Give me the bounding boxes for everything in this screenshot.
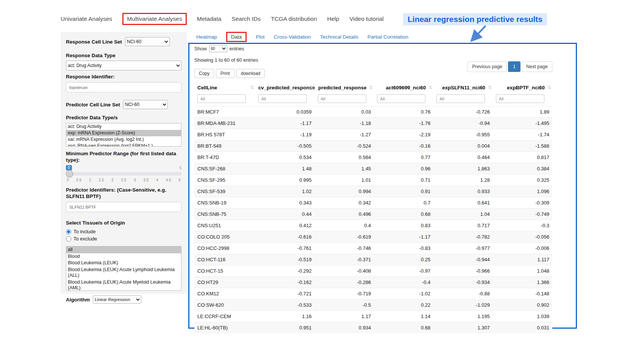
min-predictor-range-slider: 0 5 00.511.522.533.544.55	[66, 165, 181, 183]
cell-line-name: CO:COLO 205	[194, 231, 255, 243]
predictor-cell-line-set-select[interactable]: NCI-60	[123, 100, 168, 109]
table-row[interactable]: BR:T-47D0.5340.5640.770.4640.817	[194, 152, 552, 163]
predictor-identifiers-label: Predictor Identifiers: (Case-Sensitive, …	[66, 187, 181, 200]
cell-line-name: BR:HS 578T	[194, 129, 255, 140]
cell-value: 0.71	[374, 175, 433, 186]
tissue-option-blood[interactable]: Blood	[66, 253, 181, 260]
tab-partial-correlation[interactable]: Partial Correlation	[367, 34, 408, 40]
tab-data[interactable]: Data	[226, 32, 247, 42]
table-row[interactable]: CO:HCT-15-0.292-0.408-0.97-0.9661.048	[194, 265, 552, 277]
current-page-button[interactable]: 1	[508, 61, 521, 72]
table-row[interactable]: BR:BT-549-0.505-0.524-0.160.004-1.588	[194, 140, 552, 152]
column-header-cv-predicted-response[interactable]: cv_predicted_response⇅	[255, 81, 315, 94]
tab-heatmap[interactable]: Heatmap	[196, 34, 217, 40]
previous-page-button[interactable]: Previous page	[467, 61, 507, 72]
radio-to-include[interactable]	[66, 229, 71, 234]
table-row[interactable]: CO:COLO 205-0.616-0.619-1.17-0.782-0.056	[194, 231, 552, 243]
algorithm-select[interactable]: Linear Regression	[93, 295, 141, 304]
sort-icon[interactable]: ⇅	[309, 85, 313, 90]
predictor-data-type-option-xsq-rna-seq-expression-log2-fpkm-1[interactable]: xsq: RNA-seq Expression (log2 FPKM+1.)	[66, 143, 181, 147]
filter-input-predicted-response[interactable]	[318, 94, 366, 103]
cell-value: 0.384	[493, 163, 552, 175]
column-header-expslfn11-nci60[interactable]: expSLFN11_nci60⇅	[433, 81, 493, 94]
predictor-data-type-option-act-drug-activity[interactable]: act: Drug Activity	[66, 123, 181, 130]
column-label-cellline: CellLine	[197, 85, 217, 90]
table-row[interactable]: CO:HCC-2998-0.761-0.746-0.83-0.977-0.006	[194, 243, 552, 254]
slider-track[interactable]	[66, 172, 181, 175]
predictor-data-type-option-exp-mrna-expression-z-score[interactable]: exp: mRNA Expression (Z-Score)	[66, 130, 181, 136]
column-header-cellline[interactable]: CellLine⇅	[194, 81, 255, 94]
table-row[interactable]: CNS:SF-2681.481.450.961.8630.384	[194, 163, 552, 175]
copy-button[interactable]: Copy	[194, 69, 214, 78]
column-header-act609699-nci60[interactable]: act609699_nci60⇅	[374, 81, 433, 94]
tab-technical-details[interactable]: Technical Details	[320, 34, 358, 40]
tab-cross-validation[interactable]: Cross-Validation	[274, 34, 311, 40]
sort-icon[interactable]: ⇅	[428, 85, 432, 90]
filter-input-act609699-nci60[interactable]	[377, 94, 425, 103]
sort-icon[interactable]: ⇅	[250, 85, 254, 90]
show-entries-select[interactable]: 60	[209, 45, 227, 52]
table-row[interactable]: BR:MDA-MB-231-1.17-1.18-1.76-0.94-1.495	[194, 118, 552, 129]
filter-input-cellline[interactable]	[197, 94, 246, 103]
download-button[interactable]: download	[236, 69, 265, 78]
slider-handle[interactable]	[66, 170, 73, 177]
sort-icon[interactable]: ⇅	[488, 85, 492, 90]
predictor-data-type-option-xai-mrna-expression-avg-log2-int[interactable]: xai: mRNA Expression (Avg. log2 Int.)	[66, 136, 181, 143]
response-data-type-select[interactable]: act: Drug Activity	[66, 61, 181, 70]
table-row[interactable]: BR:HS 578T-1.19-1.27-2.19-0.955-1.74	[194, 129, 552, 140]
response-cell-line-set-select[interactable]: NCI-60	[125, 37, 170, 46]
cell-value: -1.76	[374, 118, 433, 129]
predictor-data-type-listbox[interactable]: act: Drug Activityexp: mRNA Expression (…	[66, 123, 181, 147]
tissue-option-blood-leukemia-leuk-acute-lymphoid-leukemia-all[interactable]: Blood:Leukemia (LEUK):Acute Lymphoid Leu…	[66, 267, 181, 279]
table-row[interactable]: LE:CCRF-CEM1.161.171.141.1951.039	[194, 311, 552, 322]
radio-to-exclude[interactable]	[66, 236, 71, 242]
nav-item-tcga-distribution[interactable]: TCGA distribution	[271, 16, 317, 22]
filter-input-cv-predicted-response[interactable]	[258, 94, 307, 103]
cell-value: -1.495	[493, 118, 552, 129]
slider-tick-2: 2	[111, 178, 114, 182]
tissue-option-all[interactable]: all	[66, 247, 181, 253]
next-page-button[interactable]: Next page	[522, 61, 552, 72]
nav-item-univariate-analyses[interactable]: Univariate Analyses	[61, 16, 112, 22]
nav-item-metadata[interactable]: Metadata	[197, 16, 222, 22]
column-header-expbptf-nci60[interactable]: expBPTF_nci60⇅	[493, 81, 552, 94]
sort-icon[interactable]: ⇅	[547, 85, 551, 90]
table-row[interactable]: CO:HT29-0.162-0.286-0.4-0.9341.366	[194, 277, 552, 288]
filter-input-expslfn11-nci60[interactable]	[436, 94, 485, 103]
predictor-cell-line-set-label: Predictor Cell Line Set	[66, 101, 120, 108]
tab-plot[interactable]: Plot	[256, 34, 264, 40]
tissue-option-blood-leukemia-leuk-acute-myeloid-leukemia-aml[interactable]: Blood:Leukemia (LEUK):Acute Myeloid Leuk…	[66, 279, 181, 291]
filter-input-expbptf-nci60[interactable]	[496, 94, 544, 103]
filter-cell-act609699-nci60	[374, 94, 433, 106]
table-row[interactable]: CO:KM12-0.721-0.719-1.02-0.88-0.148	[194, 288, 552, 300]
cell-line-name: BR:MDA-MB-231	[194, 118, 255, 129]
print-button[interactable]: Print	[216, 69, 234, 78]
tissue-listbox[interactable]: allBloodBlood:Leukemia (LEUK)Blood:Leuke…	[66, 246, 181, 291]
cell-value: 1.14	[374, 311, 433, 322]
nav-item-multivariate-analyses[interactable]: Multivariate Analyses	[122, 13, 187, 25]
top-nav: Univariate AnalysesMultivariate Analyses…	[61, 13, 384, 25]
table-row[interactable]: CO:SW-620-0.533-0.50.22-1.0290.902	[194, 300, 552, 311]
tissue-radio-to-exclude[interactable]: To exclude	[66, 236, 181, 242]
column-header-predicted-response[interactable]: predicted_response⇅	[315, 81, 374, 94]
table-row[interactable]: CNS:U2510.4120.40.830.717-0.3	[194, 220, 552, 231]
tissue-option-blood-leukemia-leuk[interactable]: Blood:Leukemia (LEUK)	[66, 260, 181, 267]
tissue-radio-to-include[interactable]: To include	[66, 229, 181, 234]
cell-value: 1.45	[315, 163, 374, 175]
table-row[interactable]: CO:HCT-116-0.519-0.3710.25-0.9441.117	[194, 254, 552, 265]
sort-icon[interactable]: ⇅	[369, 85, 373, 90]
nav-item-video-tutorial[interactable]: Video tutorial	[349, 16, 383, 22]
nav-item-help[interactable]: Help	[327, 16, 339, 22]
slider-tick-4: 4	[156, 178, 158, 182]
table-row[interactable]: CNS:SNB-750.440.4960.681.04-0.749	[194, 209, 552, 220]
predictor-identifiers-input[interactable]	[66, 202, 181, 212]
cell-value: -0.977	[433, 243, 493, 254]
table-row[interactable]: CNS:SNB-190.3430.3420.70.641-0.309	[194, 197, 552, 209]
response-identifier-input[interactable]	[66, 82, 181, 92]
table-row[interactable]: LE:HL-60(TB)0.9510.9340.681.3070.031	[194, 322, 552, 334]
nav-item-search-ids[interactable]: Search IDs	[231, 16, 261, 22]
table-row[interactable]: CNS:SF-5391.020.9940.910.9331.096	[194, 186, 552, 197]
table-row[interactable]: BR:MCF70.03590.030.76-0.7261.89	[194, 106, 552, 118]
cell-line-name: CNS:SF-268	[194, 163, 255, 175]
table-row[interactable]: CNS:SF-2950.9951.010.711.280.325	[194, 175, 552, 186]
